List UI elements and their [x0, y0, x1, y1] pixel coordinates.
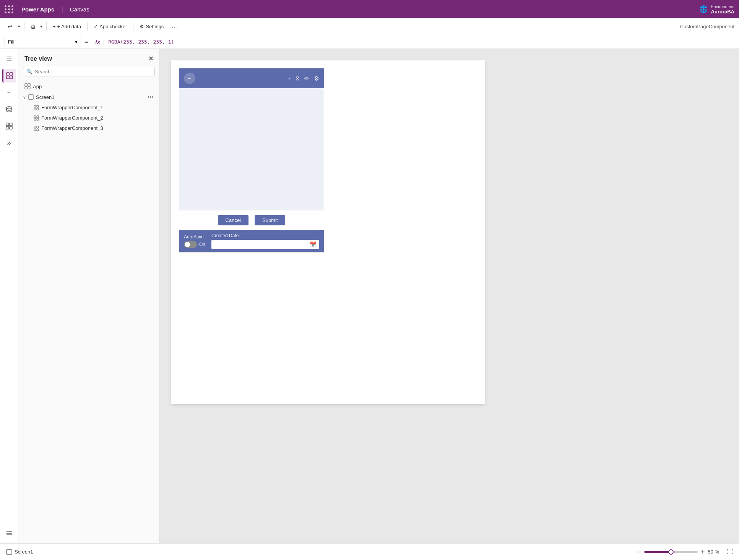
- toolbar-separator-3: [87, 22, 88, 31]
- zoom-controls: − + 50 % ⛶: [637, 549, 733, 555]
- component1-icon: [34, 105, 39, 110]
- canvas-below: [171, 260, 485, 306]
- add-icon[interactable]: +: [2, 86, 16, 99]
- menu-icon[interactable]: ☰: [2, 52, 16, 66]
- canvas-scroll[interactable]: ← + ⧖ ✏ ⚙ Cancel Submit: [160, 49, 739, 543]
- toggle-wrap: On: [184, 241, 205, 248]
- tree-header: Tree view ✕: [18, 49, 159, 67]
- screen-indicator: Screen1: [6, 549, 33, 555]
- flow-icon[interactable]: »: [2, 136, 16, 150]
- tree-item-component-1[interactable]: FormWrapperComponent_1: [18, 102, 159, 113]
- submit-button[interactable]: Submit: [255, 215, 285, 225]
- variable-icon[interactable]: [2, 526, 16, 540]
- app-name: Power Apps: [21, 6, 54, 13]
- settings-button[interactable]: ⚙ Settings: [136, 22, 167, 31]
- svg-rect-29: [6, 550, 12, 554]
- app-icon: [24, 83, 31, 89]
- svg-rect-14: [25, 87, 27, 89]
- component3-icon: [34, 126, 39, 131]
- toolbar-separator-2: [46, 22, 47, 31]
- canvas-white: ← + ⧖ ✏ ⚙ Cancel Submit: [171, 60, 485, 404]
- svg-rect-27: [34, 129, 36, 131]
- topbar-separator: |: [61, 5, 63, 13]
- expand-icon[interactable]: ⛶: [727, 549, 733, 555]
- components-icon[interactable]: [2, 119, 16, 133]
- zoom-slider[interactable]: [644, 551, 698, 553]
- search-input[interactable]: [35, 69, 151, 74]
- date-input-wrap: 📅: [211, 240, 319, 249]
- fx-separator: |: [103, 39, 104, 45]
- tree-search-box[interactable]: 🔍: [23, 67, 155, 76]
- copy-dropdown-button[interactable]: ▾: [39, 23, 43, 31]
- more-button[interactable]: ⋯: [168, 21, 181, 32]
- svg-rect-16: [29, 95, 33, 99]
- layers-icon[interactable]: [2, 69, 16, 83]
- toggle-on-label: On: [199, 242, 205, 247]
- component2-label: FormWrapperComponent_2: [41, 115, 103, 121]
- svg-rect-5: [6, 123, 9, 126]
- zoom-thumb: [668, 549, 674, 555]
- checker-icon: ✓: [94, 24, 98, 29]
- equals-sign: =: [81, 39, 92, 45]
- created-date-section: Created Date 📅: [211, 233, 319, 249]
- svg-rect-19: [34, 108, 36, 110]
- undo-dropdown-button[interactable]: ▾: [17, 23, 21, 31]
- search-icon: 🔍: [26, 69, 32, 74]
- property-dropdown[interactable]: Fill ▾: [5, 37, 81, 47]
- back-button[interactable]: ←: [184, 73, 195, 84]
- zoom-minus-button[interactable]: −: [637, 549, 641, 555]
- app-grid-icon[interactable]: [5, 5, 14, 13]
- calendar-icon[interactable]: 📅: [310, 241, 316, 248]
- svg-rect-25: [34, 126, 36, 128]
- toolbar-separator-4: [133, 22, 133, 31]
- fx-icon[interactable]: fx: [92, 39, 103, 45]
- bottom-bar: Screen1 − + 50 % ⛶: [0, 543, 739, 560]
- filter-icon[interactable]: ⧖: [296, 75, 300, 82]
- app-checker-button[interactable]: ✓ App checker: [91, 22, 130, 31]
- page-name: CustomPageComponent: [680, 24, 734, 29]
- copy-button[interactable]: ⧉: [28, 22, 38, 32]
- component3-label: FormWrapperComponent_3: [41, 125, 103, 131]
- toolbar-separator-1: [24, 22, 24, 31]
- formula-input[interactable]: [107, 35, 739, 49]
- tree-item-component-2[interactable]: FormWrapperComponent_2: [18, 113, 159, 123]
- cancel-button[interactable]: Cancel: [218, 215, 248, 225]
- tree-item-app[interactable]: App: [18, 81, 159, 92]
- svg-rect-8: [10, 126, 12, 129]
- settings-component-icon[interactable]: ⚙: [314, 75, 319, 82]
- add-data-button[interactable]: + + Add data: [50, 22, 84, 31]
- canvas-area: ← + ⧖ ✏ ⚙ Cancel Submit: [160, 49, 739, 543]
- undo-button[interactable]: ↩: [5, 21, 16, 32]
- autosave-label: AutoSave: [184, 234, 205, 240]
- back-arrow-icon: ←: [187, 75, 192, 81]
- svg-rect-7: [6, 126, 9, 129]
- screen-icon: [28, 94, 34, 100]
- tree-items: App ∨ Screen1 ••• FormWrapperComponent_1…: [18, 79, 159, 135]
- data-icon[interactable]: [2, 102, 16, 116]
- close-icon[interactable]: ✕: [148, 55, 153, 62]
- svg-rect-6: [10, 123, 12, 126]
- topbar: Power Apps | Canvas 🌐 Environment Aurora…: [0, 0, 739, 18]
- svg-rect-21: [34, 116, 36, 118]
- screen-name: Screen1: [15, 549, 33, 555]
- zoom-plus-button[interactable]: +: [701, 549, 705, 555]
- tree-item-component-3[interactable]: FormWrapperComponent_3: [18, 123, 159, 133]
- toggle-knob: [185, 242, 190, 247]
- add-component-icon[interactable]: +: [287, 75, 291, 82]
- screen1-label: Screen1: [36, 94, 54, 100]
- settings-label: Settings: [146, 24, 164, 29]
- tree-item-screen1[interactable]: ∨ Screen1 •••: [18, 92, 159, 102]
- toolbar: ↩ ▾ ⧉ ▾ + + Add data ✓ App checker ⚙ Set…: [0, 18, 739, 35]
- svg-rect-26: [37, 126, 39, 128]
- svg-rect-24: [37, 118, 39, 120]
- environment-icon: 🌐: [699, 5, 708, 13]
- screen1-more-icon[interactable]: •••: [148, 94, 153, 100]
- edit-icon[interactable]: ✏: [304, 75, 309, 82]
- add-data-label: + Add data: [57, 24, 81, 29]
- chevron-down-icon: ▾: [75, 39, 78, 45]
- autosave-toggle[interactable]: [184, 241, 197, 248]
- date-input[interactable]: [214, 242, 307, 247]
- topbar-right: 🌐 Environment AuroraBA: [699, 4, 734, 15]
- add-icon: +: [53, 24, 56, 29]
- canvas-label: Canvas: [70, 6, 89, 13]
